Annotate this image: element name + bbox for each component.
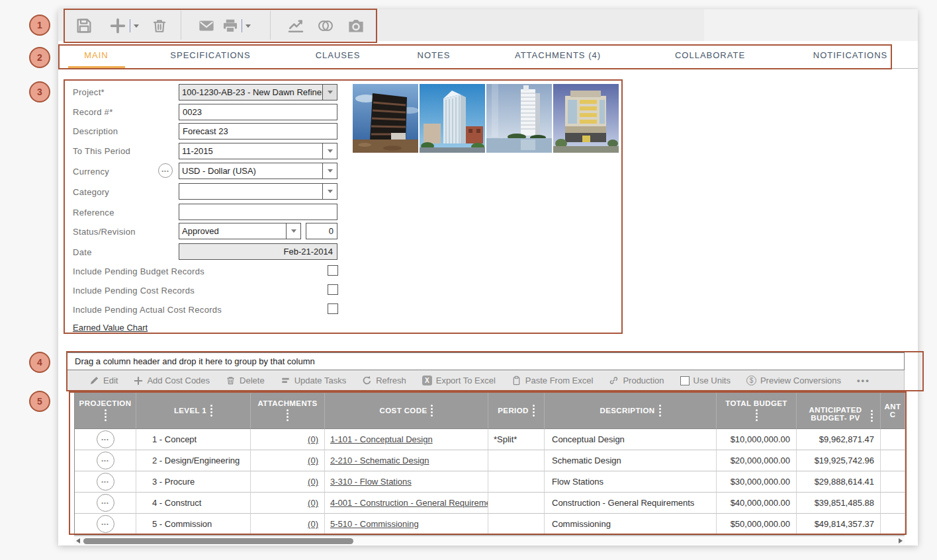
row-actions-button[interactable]: ••• [97,452,114,469]
horizontal-scrollbar[interactable] [74,536,905,545]
tab-specifications[interactable]: SPECIFICATIONS [134,41,287,69]
snapshot-button[interactable] [344,14,368,38]
attachments-link[interactable]: (0) [308,434,318,444]
attachments-link[interactable]: (0) [308,519,318,529]
status-select[interactable]: Approved [179,223,301,239]
row-actions-button[interactable]: ••• [97,473,114,491]
print-button[interactable] [218,14,242,38]
tab-collaborate[interactable]: COLLABORATE [637,41,783,69]
column-menu-icon[interactable] [431,405,433,417]
grid-toolbar: Edit Add Cost Codes Delete Update Tasks … [66,370,905,391]
scroll-left-arrow[interactable] [76,538,80,543]
include-pending-actual-cost-checkbox[interactable] [328,303,338,314]
include-pending-budget-checkbox[interactable] [328,265,338,276]
print-dropdown-caret[interactable] [242,19,253,32]
save-button[interactable] [72,14,96,38]
column-header-anticipated-budget-pv[interactable]: ANTICIPATED BUDGET- PV [797,392,881,429]
earned-value-chart-link[interactable]: Earned Value Chart [73,323,148,333]
period-dropdown-button[interactable] [322,143,337,159]
toggle-button[interactable] [314,14,337,38]
ellipsis-icon: ••• [101,479,109,485]
tab-main[interactable]: MAIN [58,41,134,69]
chart-button[interactable] [284,14,308,38]
column-menu-icon[interactable] [659,405,661,417]
cost-code-link[interactable]: 5-510 - Commissioning [330,519,419,529]
grid-cell: (0) [251,471,325,493]
description-input[interactable] [179,123,337,140]
attachments-link[interactable]: (0) [308,498,318,508]
clipboard-icon [512,376,521,385]
column-header-attachments[interactable]: ATTACHMENTS [251,392,325,429]
reference-input[interactable] [179,204,337,220]
cost-code-link[interactable]: 1-101 - Conceptual Design [330,434,433,444]
use-units-checkbox[interactable] [680,376,690,385]
scroll-right-arrow[interactable] [899,538,903,543]
tab-attachments[interactable]: ATTACHMENTS (4) [478,41,637,69]
cost-code-grid: PROJECTION LEVEL 1 ATTACHMENTS COST CODE… [74,391,905,536]
column-menu-icon[interactable] [756,409,758,421]
column-header-period[interactable]: PERIOD [488,392,545,429]
column-menu-icon[interactable] [533,405,535,417]
category-dropdown-button[interactable] [322,184,337,199]
tab-notes[interactable]: NOTES [389,41,478,69]
tab-clauses[interactable]: CLAUSES [287,41,389,69]
column-header-level1[interactable]: LEVEL 1 [136,392,251,429]
period-cell [488,450,545,471]
attachments-link[interactable]: (0) [308,477,318,487]
tab-notifications[interactable]: NOTIFICATIONS [783,41,918,69]
to-this-period-select[interactable]: 11-2015 [179,143,337,159]
column-header-cost-code[interactable]: COST CODE [325,392,488,429]
add-button[interactable] [106,14,130,38]
email-button[interactable] [195,14,218,38]
column-header-description[interactable]: DESCRIPTION [545,392,717,429]
cost-code-link[interactable]: 4-001 - Construction - General Requireme… [330,498,488,508]
ellipsis-icon: ••• [101,458,109,463]
grid-refresh-button[interactable]: Refresh [362,376,406,385]
row-actions-button[interactable]: ••• [97,515,114,533]
include-pending-cost-checkbox[interactable] [328,284,338,295]
currency-select[interactable]: USD - Dollar (USA) [179,163,337,179]
grid-export-excel-button[interactable]: X Export To Excel [422,376,496,385]
project-dropdown-button[interactable] [322,85,337,100]
category-select[interactable] [179,183,337,200]
project-select[interactable]: 100-1230-AB-23 - New Dawn Refinery [179,84,337,100]
cost-code-link[interactable]: 3-310 - Flow Stations [330,477,412,487]
record-number-input[interactable] [179,104,337,120]
grid-edit-button[interactable]: Edit [89,376,118,385]
row-actions-button[interactable]: ••• [97,494,114,512]
group-by-bar[interactable]: Drag a column header and drop it here to… [66,352,905,370]
grid-more-button[interactable]: ••• [857,376,870,385]
column-header-total-budget[interactable]: TOTAL BUDGET [717,392,797,429]
grid-update-tasks-button[interactable]: Update Tasks [281,376,347,385]
plus-icon [108,16,128,36]
column-menu-icon[interactable] [287,409,289,421]
chevron-down-icon [328,169,333,173]
grid-cell: (0) [251,493,325,514]
grid-use-units-toggle[interactable]: Use Units [680,376,731,385]
delete-button[interactable] [148,14,171,38]
project-photo-4 [553,84,619,153]
column-header-cut[interactable]: ANT C [881,392,905,429]
attachments-link[interactable]: (0) [308,456,318,465]
currency-dropdown-button[interactable] [322,163,337,179]
scrollbar-thumb[interactable] [83,538,353,544]
column-label: LEVEL 1 [174,407,206,415]
add-dropdown-caret[interactable] [130,19,142,32]
column-menu-icon[interactable] [210,405,212,417]
project-photo-1 [353,84,418,153]
status-dropdown-button[interactable] [286,223,300,239]
grid-delete-button[interactable]: Delete [226,376,265,385]
currency-lookup-button[interactable]: ••• [158,163,173,178]
grid-production-button[interactable]: Production [609,376,664,385]
column-menu-icon[interactable] [871,410,873,422]
revision-input[interactable] [306,223,337,239]
cost-code-link[interactable]: 2-210 - Schematic Design [330,456,429,465]
grid-add-cost-codes-button[interactable]: Add Cost Codes [134,376,210,385]
refresh-icon [362,376,372,385]
column-header-projection[interactable]: PROJECTION [75,392,136,429]
column-menu-icon[interactable] [105,409,107,421]
description-cell: Conceptual Design [545,429,717,450]
row-actions-button[interactable]: ••• [97,430,114,448]
grid-paste-excel-button[interactable]: Paste From Excel [512,376,594,385]
grid-preview-conversions-button[interactable]: $ Preview Conversions [746,376,841,385]
